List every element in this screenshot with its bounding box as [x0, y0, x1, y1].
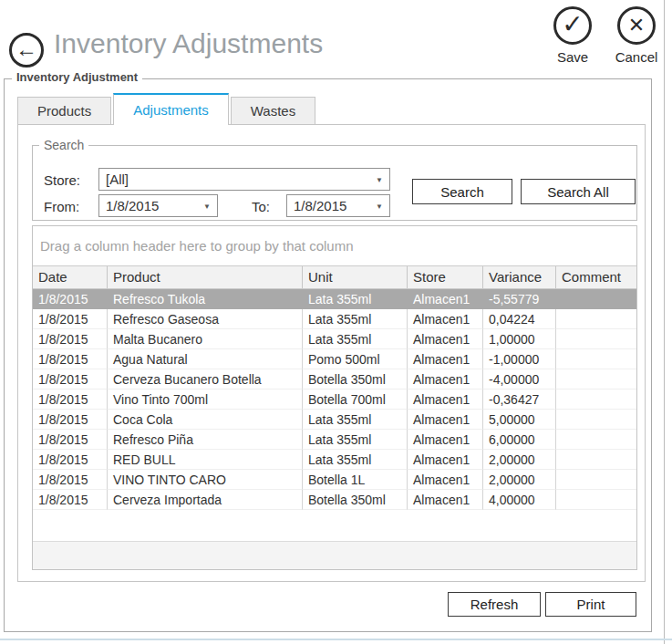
cell-store[interactable]: Almacen1 [408, 349, 483, 369]
store-dropdown[interactable]: [All] ▼ [98, 168, 390, 191]
cell-store[interactable]: Almacen1 [408, 390, 483, 410]
group-by-drop-area[interactable]: Drag a column header here to group by th… [33, 226, 636, 266]
cell-product[interactable]: Malta Bucanero [108, 329, 303, 349]
column-header-product[interactable]: Product [108, 266, 303, 288]
table-row[interactable]: 1/8/2015 VINO TINTO CARO Botella 1L Alma… [33, 470, 636, 490]
cell-date[interactable]: 1/8/2015 [33, 410, 108, 430]
table-row[interactable]: 1/8/2015 Malta Bucanero Lata 355ml Almac… [33, 329, 636, 349]
cell-product[interactable]: Cerveza Bucanero Botella [108, 369, 303, 390]
cell-variance[interactable]: -1,00000 [483, 349, 556, 369]
cell-variance[interactable]: 1,00000 [483, 329, 556, 349]
grid-rows: 1/8/2015 Refresco Tukola Lata 355ml Alma… [33, 289, 636, 510]
cell-variance[interactable]: 0,04224 [483, 309, 556, 329]
chevron-down-icon: ▼ [203, 202, 211, 210]
cell-product[interactable]: Refresco Gaseosa [108, 309, 303, 329]
cell-comment[interactable] [556, 470, 636, 490]
cell-store[interactable]: Almacen1 [408, 490, 483, 510]
cell-date[interactable]: 1/8/2015 [33, 470, 108, 490]
cell-product[interactable]: Vino Tinto 700ml [108, 390, 303, 410]
column-header-unit[interactable]: Unit [303, 266, 408, 288]
cell-store[interactable]: Almacen1 [408, 410, 483, 430]
back-button[interactable]: ← [9, 33, 44, 68]
cell-date[interactable]: 1/8/2015 [33, 369, 108, 390]
column-header-store[interactable]: Store [408, 266, 483, 288]
refresh-button[interactable]: Refresh [448, 592, 541, 617]
cell-date[interactable]: 1/8/2015 [33, 289, 108, 309]
cell-product[interactable]: VINO TINTO CARO [108, 470, 303, 490]
tab-wastes[interactable]: Wastes [231, 97, 315, 124]
cell-comment[interactable] [556, 430, 636, 450]
cell-comment[interactable] [556, 490, 636, 510]
save-button[interactable]: ✓ Save [544, 6, 601, 65]
print-button[interactable]: Print [545, 592, 636, 617]
to-date-picker[interactable]: 1/8/2015 ▼ [286, 194, 390, 217]
cell-date[interactable]: 1/8/2015 [33, 309, 108, 329]
cancel-button[interactable]: ✕ Cancel [608, 6, 665, 65]
cell-comment[interactable] [556, 289, 636, 309]
table-row[interactable]: 1/8/2015 Refresco Gaseosa Lata 355ml Alm… [33, 309, 636, 329]
cell-product[interactable]: Coca Cola [108, 410, 303, 430]
cell-variance[interactable]: 6,00000 [483, 430, 556, 450]
cell-product[interactable]: Cerveza Importada [108, 490, 303, 510]
cell-unit[interactable]: Botella 350ml [303, 369, 408, 390]
cell-comment[interactable] [556, 410, 636, 430]
cell-variance[interactable]: -4,00000 [483, 369, 556, 390]
cell-variance[interactable]: 2,00000 [483, 450, 556, 470]
cell-product[interactable]: RED BULL [108, 450, 303, 470]
cell-store[interactable]: Almacen1 [408, 369, 483, 390]
cell-store[interactable]: Almacen1 [408, 450, 483, 470]
cell-comment[interactable] [556, 329, 636, 349]
cell-product[interactable]: Refresco Piña [108, 430, 303, 450]
save-check-icon: ✓ [553, 6, 592, 45]
cell-store[interactable]: Almacen1 [408, 470, 483, 490]
table-row[interactable]: 1/8/2015 Refresco Piña Lata 355ml Almace… [33, 430, 636, 450]
tab-products[interactable]: Products [17, 97, 111, 124]
cell-variance[interactable]: 2,00000 [483, 470, 556, 490]
cell-unit[interactable]: Lata 355ml [303, 410, 408, 430]
table-row[interactable]: 1/8/2015 Agua Natural Pomo 500ml Almacen… [33, 349, 636, 369]
search-all-button[interactable]: Search All [521, 179, 636, 204]
cell-variance[interactable]: -0,36427 [483, 390, 556, 410]
tab-adjustments[interactable]: Adjustments [113, 93, 229, 124]
table-row[interactable]: 1/8/2015 Vino Tinto 700ml Botella 700ml … [33, 390, 636, 410]
cell-product[interactable]: Agua Natural [108, 349, 303, 369]
cell-unit[interactable]: Lata 355ml [303, 329, 408, 349]
column-header-date[interactable]: Date [33, 266, 108, 288]
cell-store[interactable]: Almacen1 [408, 309, 483, 329]
search-button[interactable]: Search [412, 179, 512, 204]
column-header-comment[interactable]: Comment [556, 266, 636, 288]
table-row[interactable]: 1/8/2015 RED BULL Lata 355ml Almacen1 2,… [33, 450, 636, 470]
cell-unit[interactable]: Lata 355ml [303, 430, 408, 450]
table-row[interactable]: 1/8/2015 Cerveza Importada Botella 350ml… [33, 490, 636, 510]
cell-date[interactable]: 1/8/2015 [33, 430, 108, 450]
from-date-picker[interactable]: 1/8/2015 ▼ [98, 194, 218, 217]
cell-variance[interactable]: 4,00000 [483, 490, 556, 510]
cell-date[interactable]: 1/8/2015 [33, 329, 108, 349]
cell-store[interactable]: Almacen1 [408, 329, 483, 349]
cell-store[interactable]: Almacen1 [408, 289, 483, 309]
cell-comment[interactable] [556, 369, 636, 390]
column-header-variance[interactable]: Variance [483, 266, 556, 288]
cell-unit[interactable]: Pomo 500ml [303, 349, 408, 369]
cell-unit[interactable]: Botella 700ml [303, 390, 408, 410]
cell-unit[interactable]: Botella 350ml [303, 490, 408, 510]
cell-unit[interactable]: Botella 1L [303, 470, 408, 490]
cell-date[interactable]: 1/8/2015 [33, 490, 108, 510]
table-row[interactable]: 1/8/2015 Refresco Tukola Lata 355ml Alma… [33, 289, 636, 309]
cell-store[interactable]: Almacen1 [408, 430, 483, 450]
cell-product[interactable]: Refresco Tukola [108, 289, 303, 309]
cell-date[interactable]: 1/8/2015 [33, 390, 108, 410]
cell-date[interactable]: 1/8/2015 [33, 450, 108, 470]
cell-variance[interactable]: 5,00000 [483, 410, 556, 430]
cell-unit[interactable]: Lata 355ml [303, 309, 408, 329]
cell-comment[interactable] [556, 309, 636, 329]
cell-unit[interactable]: Lata 355ml [303, 450, 408, 470]
table-row[interactable]: 1/8/2015 Cerveza Bucanero Botella Botell… [33, 369, 636, 390]
cell-variance[interactable]: -5,55779 [483, 289, 556, 309]
cell-comment[interactable] [556, 349, 636, 369]
table-row[interactable]: 1/8/2015 Coca Cola Lata 355ml Almacen1 5… [33, 410, 636, 430]
cell-comment[interactable] [556, 450, 636, 470]
cell-date[interactable]: 1/8/2015 [33, 349, 108, 369]
cell-unit[interactable]: Lata 355ml [303, 289, 408, 309]
cell-comment[interactable] [556, 390, 636, 410]
